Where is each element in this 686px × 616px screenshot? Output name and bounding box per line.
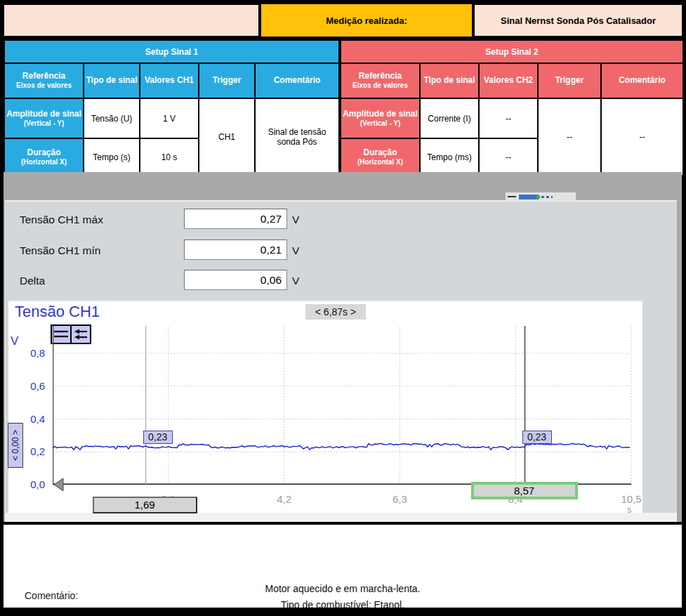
plot-canvas[interactable] [53, 326, 631, 485]
panel-bottom-strip [5, 513, 677, 522]
setup1-valor-1: 1 V [140, 98, 199, 138]
status-dot-icon [536, 195, 540, 199]
min-label: Tensão CH1 mín [20, 240, 100, 261]
cursor-delta-readout: < 6,87s > [305, 304, 366, 320]
max-value-field[interactable]: 0,27 [184, 209, 287, 229]
y-tick-label: 0,8 [15, 347, 45, 359]
setup2-col-valores: Valores CH2 [479, 63, 538, 98]
chart-title: Tensão CH1 [15, 303, 100, 321]
measurement-row-min: Tensão CH1 mín 0,21 V [0, 240, 351, 261]
setup2-tipo-2: Tempo (ms) [420, 138, 479, 176]
header-empty-box [4, 5, 258, 36]
measurement-row-delta: Delta 0,06 V [0, 270, 351, 291]
setup2-col-comentario: Comentário [601, 63, 683, 98]
y-axis-unit: V [11, 334, 18, 348]
x-tick-label: 10,5 [612, 493, 651, 505]
setup1-col-comentario: Comentário [255, 63, 339, 98]
y-tick-label: 0,0 [15, 478, 45, 490]
setup2-col-tipo: Tipo de sinal [420, 63, 479, 98]
toolbar-dots-icon [541, 196, 553, 198]
setup1-col-tipo: Tipo de sinal [84, 63, 140, 98]
setup1-row-duracao: Duração (Horizontal X) [4, 138, 84, 176]
cursor2-value-label[interactable]: 0,23 [522, 431, 552, 444]
setup1-col-valores: Valores CH1 [140, 63, 199, 98]
setup2-col-referencia: Referência Eixos de valores [341, 63, 420, 98]
setup2-title: Setup Sinal 2 [341, 40, 683, 63]
y-tick-label: 0,6 [15, 380, 45, 392]
minimize-icon [508, 196, 516, 197]
min-unit: V [292, 240, 299, 261]
min-value-field[interactable]: 0,21 [184, 240, 287, 260]
setup2-row-amplitude: Amplitude de sinal (Vertical - Y) [341, 98, 420, 138]
setup-signal-1-table: Setup Sinal 1 Referência Eixos de valore… [4, 39, 340, 176]
x-tick-label: 6,3 [380, 493, 419, 505]
y-tick-label: 0,2 [15, 445, 45, 457]
setup1-col-referencia: Referência Eixos de valores [4, 63, 84, 98]
comment-line-1: Motor aquecido e em marcha-lenta. [4, 581, 682, 597]
measurement-label-text: Medição realizada: [326, 15, 407, 26]
setup2-col-trigger: Trigger [538, 63, 601, 98]
delta-unit: V [292, 270, 299, 291]
cursor1-time-box[interactable]: 1,69 [93, 497, 197, 513]
setup2-valor-1: -- [479, 98, 538, 138]
comment-section: Comentário: Motor aquecido e em marcha-l… [4, 525, 682, 608]
y-tick-label: 0,4 [15, 413, 45, 425]
setup-signal-2-table: Setup Sinal 2 Referência Eixos de valore… [340, 39, 684, 176]
cursor1-value-label[interactable]: 0,23 [143, 431, 173, 444]
setup1-trigger: CH1 [199, 98, 255, 176]
measurement-label: Medição realizada: [261, 4, 472, 37]
setup2-valor-2: -- [479, 138, 538, 176]
mini-toolbar-fragment [506, 192, 576, 201]
setup1-comentario: Sinal de tensão sonda Pós [255, 98, 339, 176]
report-page: Medição realizada: Sinal Nernst Sonda Pó… [0, 0, 686, 616]
setup1-row-amplitude: Amplitude de sinal (Vertical - Y) [4, 98, 84, 138]
max-unit: V [292, 209, 299, 230]
delta-label: Delta [20, 270, 45, 291]
setup2-row-duracao: Duração (Horizontal X) [341, 138, 420, 176]
comment-text: Motor aquecido e em marcha-lenta. Tipo d… [4, 581, 682, 613]
setup1-tipo-1: Tensão (U) [84, 98, 140, 138]
cursor2-time-box[interactable]: 8,57 [471, 482, 578, 499]
setup2-tipo-1: Corrente (I) [420, 98, 479, 138]
setup1-title: Setup Sinal 1 [4, 40, 339, 63]
setup2-trigger: -- [538, 98, 601, 176]
setup2-comentario: -- [601, 98, 683, 176]
max-label: Tensão CH1 máx [20, 209, 103, 230]
measurement-value-text: Sinal Nernst Sonda Pós Catalisador [501, 15, 656, 26]
x-tick-label: 4,2 [265, 493, 304, 505]
setup1-col-trigger: Trigger [199, 63, 255, 98]
delta-value-field[interactable]: 0,06 [184, 270, 287, 290]
measurement-value: Sinal Nernst Sonda Pós Catalisador [475, 5, 682, 36]
comment-line-2: Tipo de combustível: Etanol. [4, 597, 682, 613]
setup1-tipo-2: Tempo (s) [84, 138, 140, 176]
chart-panel: Tensão CH1 < 6,87s > V < 0,00 > 0,23 0,2… [8, 301, 642, 513]
window-title-fragment [519, 195, 539, 199]
setup1-valor-2: 10 s [140, 138, 199, 176]
measurement-row-max: Tensão CH1 máx 0,27 V [0, 209, 351, 230]
